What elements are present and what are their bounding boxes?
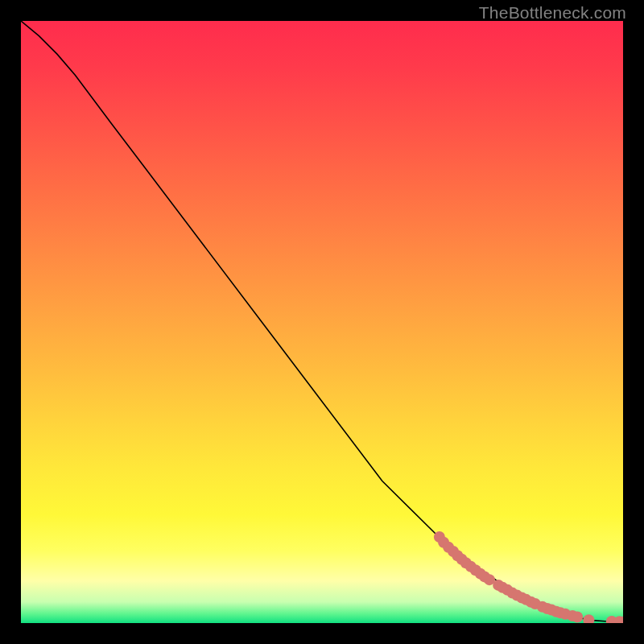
chart-plot-area bbox=[21, 21, 623, 623]
chart-point bbox=[572, 612, 583, 623]
chart-background bbox=[21, 21, 623, 623]
chart-stage: TheBottleneck.com bbox=[0, 0, 644, 644]
chart-svg bbox=[21, 21, 623, 623]
watermark-text: TheBottleneck.com bbox=[479, 3, 626, 23]
